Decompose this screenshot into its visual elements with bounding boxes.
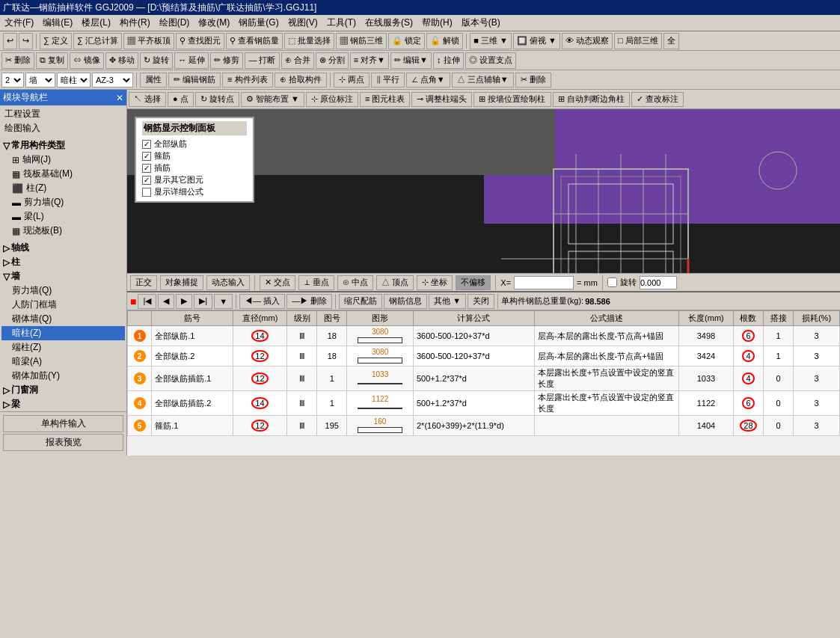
menu-edit[interactable]: 编辑(E) [38, 15, 77, 31]
drag-button[interactable]: ↕ 拉伸 [433, 52, 464, 69]
nav-last-button[interactable]: ▶| [194, 294, 212, 309]
menu-tools[interactable]: 工具(T) [322, 15, 361, 31]
nav-next-button[interactable]: ▶ [176, 294, 192, 309]
table-row[interactable]: 3全部纵筋插筋.112Ⅲ11033500+1.2*37*d本层露出长度+节点设置… [128, 366, 840, 391]
rebar-check-other[interactable]: 显示其它图元 [142, 174, 247, 185]
sidebar-close[interactable]: ✕ [116, 93, 123, 103]
menu-version[interactable]: 版本号(B) [457, 15, 505, 31]
sidebar-item-draw-input[interactable]: 绘图输入 [1, 121, 125, 135]
menu-rebar[interactable]: 钢筋量(G) [234, 15, 283, 31]
three-point-button[interactable]: △ 三点辅轴▼ [452, 73, 514, 88]
rebar-check-insert[interactable]: 插筋 [142, 162, 247, 174]
adjust-end-button[interactable]: ⊸ 调整柱端头 [411, 92, 472, 107]
align-button[interactable]: ≡ 对齐▼ [350, 52, 389, 69]
parallel-button[interactable]: ∥ 平行 [371, 73, 405, 88]
sidebar-item-column[interactable]: ⬛ 柱(Z) [1, 181, 125, 195]
menu-modify[interactable]: 修改(M) [194, 15, 234, 31]
other-button[interactable]: 其他 ▼ [429, 294, 466, 309]
extend-button[interactable]: ↔ 延伸 [174, 52, 209, 69]
dynamic-input-button[interactable]: 动态输入 [206, 275, 250, 290]
rebar-3d-button[interactable]: ▦ 钢筋三维 [336, 33, 387, 49]
x-input[interactable] [514, 276, 574, 289]
sidebar-item-beam[interactable]: ▬ 梁(L) [1, 209, 125, 224]
del-row-button[interactable]: —▶ 删除 [286, 294, 332, 309]
menu-online[interactable]: 在线服务(S) [361, 15, 417, 31]
pick-component-button[interactable]: ⊕ 拾取构件 [275, 73, 327, 88]
setpoint-button[interactable]: ◎ 设置支点 [465, 52, 516, 69]
split-button[interactable]: ⊗ 分割 [316, 52, 349, 69]
lock-button[interactable]: 🔒 锁定 [388, 33, 425, 49]
menu-component[interactable]: 构件(R) [115, 15, 155, 31]
sidebar-group-axis[interactable]: ▷ 轴线 [1, 241, 125, 255]
auto-corner-button[interactable]: ⊞ 自动判断边角柱 [553, 92, 630, 107]
rotate-checkbox[interactable] [607, 277, 617, 287]
place-by-wall-button[interactable]: ⊞ 按墙位置绘制柱 [473, 92, 551, 107]
define-button[interactable]: ∑ 定义 [40, 33, 72, 49]
table-row[interactable]: 4全部纵筋插筋.214Ⅲ11122500+1.2*37*d本层露出长度+节点设置… [128, 391, 840, 416]
close-button[interactable]: 关闭 [467, 294, 494, 309]
rebar-check-stirrup[interactable]: 箍筋 [142, 150, 247, 162]
summary-button[interactable]: ∑ 汇总计算 [73, 33, 122, 49]
menu-help[interactable]: 帮助(H) [417, 15, 457, 31]
nav-prev-button[interactable]: ◀ [158, 294, 174, 309]
edit-rebar-button[interactable]: ✏ 编辑钢筋 [168, 73, 221, 88]
sidebar-item-end-col[interactable]: 端柱(Z) [1, 340, 125, 355]
sidebar-item-civil-wall[interactable]: 人防门框墙 [1, 298, 125, 312]
unlock-button[interactable]: 🔓 解锁 [426, 33, 463, 49]
sidebar-item-axis[interactable]: ⊞ 轴网(J) [1, 153, 125, 167]
view-button[interactable]: 🔲 俯视 ▼ [513, 33, 560, 49]
sidebar-group-wall[interactable]: ▽ 墙 [1, 269, 125, 283]
layer-select[interactable]: 213 [1, 73, 24, 88]
insert-button[interactable]: ◀— 插入 [239, 294, 285, 309]
move-button[interactable]: ✥ 移动 [105, 52, 138, 69]
check-rebar-button[interactable]: ⚲ 查看钢筋量 [226, 33, 283, 49]
sidebar-item-masonry-wall[interactable]: 砌体墙(Q) [1, 312, 125, 326]
sidebar-item-shear-wall2[interactable]: 剪力墙(Q) [1, 283, 125, 298]
dash-button[interactable]: — 打断 [245, 52, 279, 69]
mirror-button[interactable]: ⇔ 镜像 [70, 52, 104, 69]
coordinate-button[interactable]: ⊹ 坐标 [417, 275, 453, 290]
full-button[interactable]: 全 [663, 33, 679, 49]
endpoint-button[interactable]: △ 顶点 [376, 275, 414, 290]
rotate-input[interactable] [640, 276, 677, 289]
no-offset-button[interactable]: 不偏移 [456, 275, 491, 290]
single-component-button[interactable]: 单构件输入 [3, 415, 123, 432]
batch-select-button[interactable]: ⬚ 批量选择 [284, 33, 334, 49]
sidebar-item-hidden-col[interactable]: 暗柱(Z) [1, 326, 125, 340]
redo-button[interactable]: ↪ [19, 33, 33, 49]
rebar-check-all-longitudinal[interactable]: 全部纵筋 [142, 138, 247, 150]
table-row[interactable]: 5箍筋.112Ⅲ1951602*(160+399)+2*(11.9*d)1404… [128, 416, 840, 436]
rotate-point-button[interactable]: ↻ 旋转点 [195, 92, 239, 107]
type-select[interactable]: 墙 [25, 73, 55, 88]
3d-button[interactable]: ■ 三维 ▼ [470, 33, 512, 49]
smart-layout-button[interactable]: ⚙ 智能布置 ▼ [241, 92, 304, 107]
select-button[interactable]: ↖ 选择 [129, 92, 166, 107]
local-3d-button[interactable]: □ 局部三维 [614, 33, 662, 49]
sidebar-group-col[interactable]: ▷ 柱 [1, 255, 125, 269]
menu-floor[interactable]: 楼层(L) [77, 15, 115, 31]
del-aux-button[interactable]: ✂ 删除 [515, 73, 551, 88]
sidebar-item-project-settings[interactable]: 工程设置 [1, 107, 125, 121]
rebar-info-button[interactable]: 钢筋信息 [384, 294, 427, 309]
column-table-button[interactable]: ≡ 图元柱表 [360, 92, 410, 107]
midpoint-button[interactable]: ⊙ 中点 [337, 275, 373, 290]
angle-button[interactable]: ∠ 点角▼ [406, 73, 450, 88]
rebar-check-formula[interactable]: 显示详细公式 [142, 186, 247, 197]
sidebar-group-common[interactable]: ▽ 常用构件类型 [1, 138, 125, 153]
table-row[interactable]: 1全部纵筋.114Ⅲ1830803600-500-120+37*d层高-本层的露… [128, 326, 840, 346]
checkbox-other[interactable] [142, 176, 151, 185]
delete-button[interactable]: ✂ 删除 [1, 52, 34, 69]
flat-top-button[interactable]: ▦ 平齐板顶 [123, 33, 174, 49]
nav-down-button[interactable]: ▼ [214, 294, 233, 309]
checkbox-all-longitudinal[interactable] [142, 140, 151, 149]
sidebar-item-raft[interactable]: ▦ 筏板基础(M) [1, 167, 125, 181]
menu-draw[interactable]: 绘图(D) [155, 15, 194, 31]
sidebar-group-door[interactable]: ▷ 门窗洞 [1, 383, 125, 397]
menu-file[interactable]: 文件(F) [0, 15, 38, 31]
nav-first-button[interactable]: |◀ [138, 294, 156, 309]
menu-view[interactable]: 视图(V) [283, 15, 322, 31]
cad-canvas[interactable]: 钢筋显示控制面板 全部纵筋 箍筋 插筋 显示其它图元 [127, 109, 840, 273]
checkbox-insert[interactable] [142, 164, 151, 173]
point-button[interactable]: ● 点 [168, 92, 194, 107]
origin-mark-button[interactable]: ⊹ 原位标注 [306, 92, 358, 107]
